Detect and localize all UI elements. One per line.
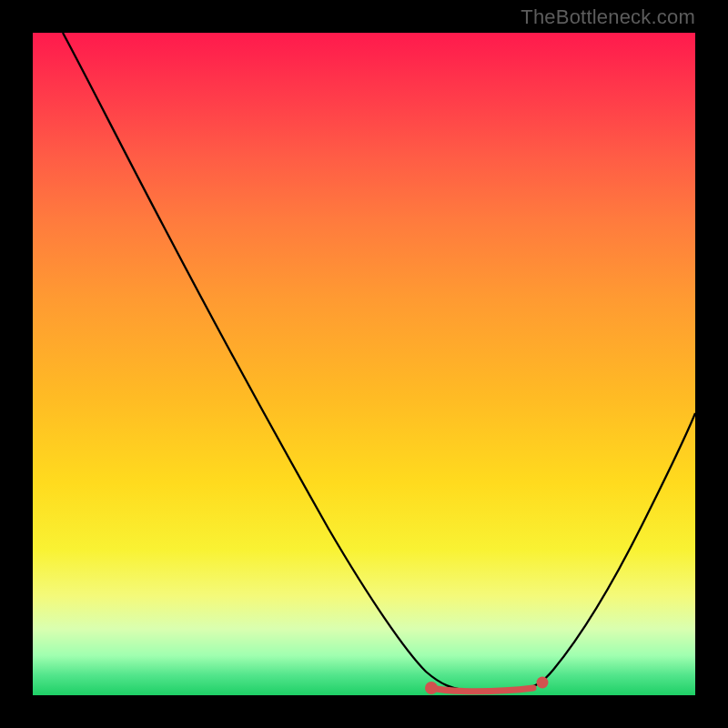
curve-svg	[33, 33, 695, 695]
marker-start	[425, 682, 438, 694]
outer-frame: TheBottleneck.com	[0, 0, 728, 728]
marker-end	[537, 677, 549, 689]
plot-area	[33, 33, 695, 695]
optimal-range-line	[431, 688, 533, 692]
bottleneck-curve	[63, 33, 695, 692]
watermark-text: TheBottleneck.com	[521, 5, 695, 29]
